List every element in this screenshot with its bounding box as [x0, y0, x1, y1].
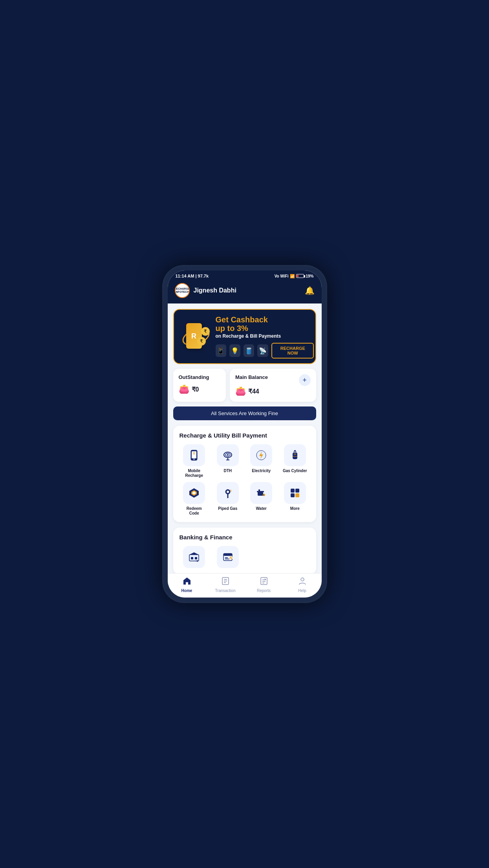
nav-item-help[interactable]: Help: [283, 577, 322, 593]
gas-cylinder-label: Gas Cylinder: [283, 469, 307, 473]
service-item-water[interactable]: Water: [247, 482, 277, 516]
app-logo: RECHARGEINFOTECH: [175, 283, 190, 298]
service-item-more[interactable]: More: [280, 482, 310, 516]
service-item-mobile-recharge[interactable]: MobileRecharge: [179, 444, 209, 478]
svg-rect-25: [295, 489, 299, 493]
svg-rect-12: [294, 450, 296, 451]
battery-percent: 19%: [306, 274, 313, 278]
more-label: More: [290, 506, 300, 511]
electricity-label: Electricity: [252, 469, 271, 473]
water-icon: [250, 482, 272, 504]
home-nav-icon: [183, 577, 191, 587]
outstanding-amount-row: 👛 ₹0: [179, 384, 220, 394]
phone-screen: 11:14 AM | 97.7k Vo WiFi 📶 19% RECHARGEI…: [168, 270, 322, 598]
redeem-code-icon: [183, 482, 205, 504]
reports-nav-icon: [260, 577, 268, 587]
promo-banner: ₹ ₹ Get Cashbackup to 3% on Recharge & B…: [173, 309, 316, 364]
insurance-icon: [217, 546, 239, 568]
outstanding-label: OutStanding: [179, 374, 220, 380]
banking-section-title: Banking & Finance: [179, 534, 310, 541]
svg-rect-24: [291, 489, 295, 493]
svg-point-48: [301, 578, 304, 581]
main-balance-amount-row: 👛 ₹44: [235, 386, 311, 396]
network-label: Vo WiFi: [275, 274, 289, 278]
banner-icons: 📱 💡 🛢️ 📡 RECHARGE NOW: [216, 343, 314, 359]
main-wallet-icon: 👛: [235, 386, 246, 396]
outstanding-card: OutStanding 👛 ₹0: [173, 369, 226, 402]
banner-icon-bolt: 💡: [229, 344, 240, 357]
electricity-icon: [250, 444, 272, 466]
dth-icon: [217, 444, 239, 466]
main-balance-label: Main Balance: [235, 374, 268, 380]
services-grid: MobileRecharge DTH: [179, 444, 310, 516]
svg-rect-36: [223, 554, 232, 556]
banking-grid: [179, 546, 310, 568]
bank-transfer-item[interactable]: [179, 546, 209, 568]
add-balance-button[interactable]: +: [299, 374, 311, 386]
status-bar: 11:14 AM | 97.7k Vo WiFi 📶 19%: [168, 270, 322, 280]
water-label: Water: [256, 506, 267, 511]
svg-rect-44: [261, 577, 267, 585]
svg-rect-26: [291, 493, 295, 497]
svg-point-19: [227, 491, 229, 493]
nav-item-reports[interactable]: Reports: [245, 577, 283, 593]
main-balance-card: Main Balance + 👛 ₹44: [230, 369, 316, 402]
help-nav-icon: [298, 577, 307, 587]
svg-rect-10: [293, 452, 297, 459]
status-banner: All Services Are Working Fine: [173, 406, 316, 420]
battery-icon: [296, 274, 304, 278]
header-left: RECHARGEINFOTECH Jignesh Dabhi: [175, 283, 236, 298]
banner-graphic: ₹ ₹: [180, 321, 212, 353]
svg-point-6: [227, 454, 229, 456]
phone-frame: 11:14 AM | 97.7k Vo WiFi 📶 19% RECHARGEI…: [162, 265, 327, 603]
wifi-icon: 📶: [290, 274, 295, 278]
header-username: Jignesh Dabhi: [194, 287, 236, 294]
status-time: 11:14 AM | 97.7k: [176, 274, 209, 278]
status-banner-text: All Services Are Working Fine: [211, 410, 278, 416]
coin1-icon: ₹: [201, 327, 210, 336]
banner-icon-cylinder: 🛢️: [244, 344, 255, 357]
service-item-gas-cylinder[interactable]: Gas Cylinder: [280, 444, 310, 478]
main-balance-amount: ₹44: [248, 388, 259, 395]
recharge-services-section: Recharge & Utility Bill Payment: [173, 426, 316, 522]
recharge-section-title: Recharge & Utility Bill Payment: [179, 432, 310, 439]
gas-cylinder-icon: [284, 444, 306, 466]
svg-rect-27: [295, 493, 299, 497]
notification-bell-icon[interactable]: 🔔: [305, 286, 315, 295]
help-nav-label: Help: [298, 588, 306, 593]
svg-rect-28: [189, 555, 199, 561]
piped-gas-icon: [217, 482, 239, 504]
service-item-electricity[interactable]: Electricity: [247, 444, 277, 478]
transaction-nav-label: Transaction: [215, 588, 236, 593]
svg-marker-29: [189, 552, 199, 555]
insurance-item[interactable]: [213, 546, 243, 568]
svg-rect-30: [191, 557, 193, 559]
more-icon: [284, 482, 306, 504]
svg-rect-31: [195, 557, 197, 559]
recharge-now-button[interactable]: RECHARGE NOW: [271, 343, 314, 359]
app-header: RECHARGEINFOTECH Jignesh Dabhi 🔔: [168, 280, 322, 303]
home-nav-label: Home: [181, 588, 192, 593]
bottom-nav: Home Transaction: [168, 573, 322, 598]
banner-text: Get Cashbackup to 3% on Recharge & Bill …: [216, 315, 314, 359]
nav-item-home[interactable]: Home: [168, 577, 206, 593]
banner-icon-mobile: 📱: [216, 344, 227, 357]
outstanding-amount: ₹0: [192, 386, 199, 393]
mobile-recharge-icon: [183, 444, 205, 466]
nav-item-transaction[interactable]: Transaction: [206, 577, 245, 593]
scroll-content: ₹ ₹ Get Cashbackup to 3% on Recharge & B…: [168, 303, 322, 573]
transaction-nav-icon: [221, 577, 230, 587]
banner-title: Get Cashbackup to 3%: [216, 315, 314, 333]
banking-section: Banking & Finance: [173, 528, 316, 573]
bank-transfer-icon: [183, 546, 205, 568]
reports-nav-label: Reports: [257, 588, 271, 593]
coin2-icon: ₹: [197, 337, 206, 346]
svg-rect-20: [257, 491, 264, 492]
service-item-piped-gas[interactable]: Piped Gas: [213, 482, 243, 516]
service-item-redeem-code[interactable]: RedeemCode: [179, 482, 209, 516]
piped-gas-label: Piped Gas: [218, 506, 237, 511]
mobile-recharge-label: MobileRecharge: [185, 469, 203, 478]
outstanding-wallet-icon: 👛: [179, 384, 189, 394]
status-right: Vo WiFi 📶 19%: [275, 274, 314, 278]
service-item-dth[interactable]: DTH: [213, 444, 243, 478]
